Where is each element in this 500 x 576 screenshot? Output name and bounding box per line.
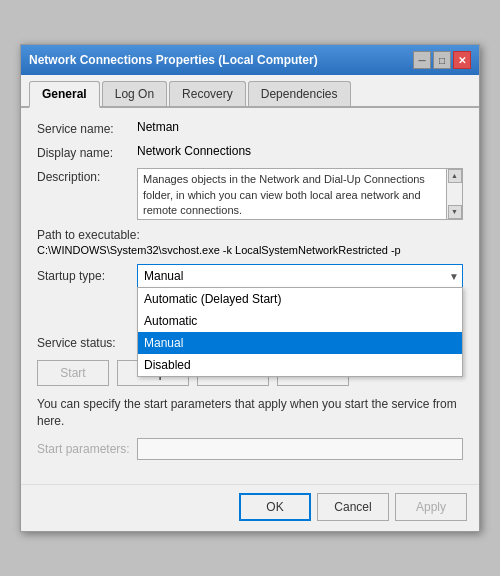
description-scrollbar[interactable]: ▲ ▼ (446, 169, 462, 219)
path-section: Path to executable: C:\WINDOWS\System32\… (37, 228, 463, 256)
start-params-row: Start parameters: (37, 438, 463, 460)
description-label: Description: (37, 168, 137, 184)
start-params-section: You can specify the start parameters tha… (37, 396, 463, 460)
start-params-label: Start parameters: (37, 442, 137, 456)
title-bar: Network Connections Properties (Local Co… (21, 45, 479, 75)
service-status-label: Service status: (37, 336, 137, 350)
display-name-row: Display name: Network Connections (37, 144, 463, 160)
minimize-button[interactable]: ─ (413, 51, 431, 69)
tab-logon[interactable]: Log On (102, 81, 167, 106)
startup-option-auto-delayed[interactable]: Automatic (Delayed Start) (138, 288, 462, 310)
tab-recovery[interactable]: Recovery (169, 81, 246, 106)
startup-type-selected-text: Manual (144, 269, 183, 283)
maximize-button[interactable]: □ (433, 51, 451, 69)
tab-bar: General Log On Recovery Dependencies (21, 75, 479, 108)
description-row: Description: Manages objects in the Netw… (37, 168, 463, 220)
startup-option-auto[interactable]: Automatic (138, 310, 462, 332)
path-value: C:\WINDOWS\System32\svchost.exe -k Local… (37, 244, 463, 256)
startup-type-row: Startup type: Manual ▼ Automatic (Delaye… (37, 264, 463, 288)
tab-dependencies[interactable]: Dependencies (248, 81, 351, 106)
cancel-button[interactable]: Cancel (317, 493, 389, 521)
tab-general[interactable]: General (29, 81, 100, 108)
startup-type-dropdown[interactable]: Manual ▼ Automatic (Delayed Start) Autom… (137, 264, 463, 288)
display-name-label: Display name: (37, 144, 137, 160)
start-button[interactable]: Start (37, 360, 109, 386)
startup-option-manual[interactable]: Manual (138, 332, 462, 354)
service-name-value: Netman (137, 120, 463, 134)
service-name-label: Service name: (37, 120, 137, 136)
scroll-up-arrow[interactable]: ▲ (448, 169, 462, 183)
dialog-buttons: OK Cancel Apply (21, 484, 479, 531)
dropdown-arrow-icon: ▼ (449, 271, 459, 282)
display-name-value: Network Connections (137, 144, 463, 158)
description-box: Manages objects in the Network and Dial-… (137, 168, 463, 220)
startup-type-label: Startup type: (37, 269, 137, 283)
startup-type-selected[interactable]: Manual ▼ (137, 264, 463, 288)
apply-button[interactable]: Apply (395, 493, 467, 521)
ok-button[interactable]: OK (239, 493, 311, 521)
service-name-row: Service name: Netman (37, 120, 463, 136)
startup-type-list: Automatic (Delayed Start) Automatic Manu… (137, 287, 463, 377)
description-text: Manages objects in the Network and Dial-… (143, 173, 425, 216)
start-params-input[interactable] (137, 438, 463, 460)
path-label: Path to executable: (37, 228, 463, 242)
scroll-down-arrow[interactable]: ▼ (448, 205, 462, 219)
close-button[interactable]: ✕ (453, 51, 471, 69)
startup-option-disabled[interactable]: Disabled (138, 354, 462, 376)
title-bar-buttons: ─ □ ✕ (413, 51, 471, 69)
tab-content: Service name: Netman Display name: Netwo… (21, 108, 479, 484)
start-params-description: You can specify the start parameters tha… (37, 396, 463, 430)
window-title: Network Connections Properties (Local Co… (29, 53, 318, 67)
properties-window: Network Connections Properties (Local Co… (20, 44, 480, 532)
